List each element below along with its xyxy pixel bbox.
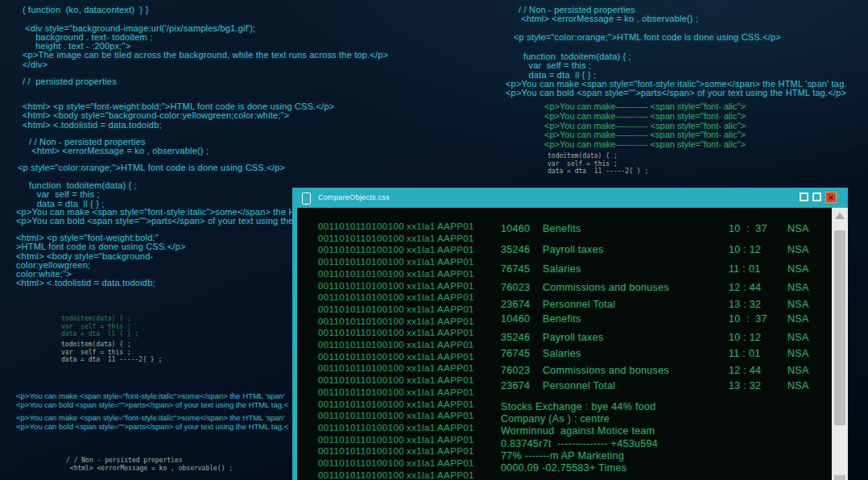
ledger-row: 10460Benefits10 : 37NSA bbox=[297, 313, 848, 325]
ledger-label: Commissions and bonuses bbox=[543, 365, 669, 376]
code-line: / / Non - persisted properties bbox=[29, 137, 209, 146]
code-line: <html> <p style="font-weight:bold;" bbox=[16, 233, 186, 242]
ledger-amount: 76745 bbox=[501, 263, 530, 275]
code-section-left-10: todoitem(data) { ;var self = this ;data … bbox=[61, 341, 162, 364]
code-line: <p>You can make----------- <span style="… bbox=[544, 139, 746, 149]
maximize-button[interactable] bbox=[812, 192, 821, 201]
ledger-label: Payroll taxes bbox=[543, 244, 603, 255]
ledger-amount: 10460 bbox=[501, 313, 530, 325]
code-section-left-5: <p style="color:orange;">HTML font code … bbox=[18, 163, 285, 172]
code-line: <div style="background-image:url('/pix/s… bbox=[23, 23, 388, 32]
ledger-time: 11 : 01 bbox=[729, 348, 760, 359]
ledger-label: Salaries bbox=[543, 348, 581, 359]
terminal-area: 0011010110100100xx1la1AAPP01001101011010… bbox=[297, 208, 848, 480]
scrollbar[interactable] bbox=[832, 208, 848, 480]
code-line: height . text - :200px;"> bbox=[23, 41, 388, 50]
ledger-label: Benefits bbox=[543, 223, 581, 234]
code-line: <p>You can make----------- <span style="… bbox=[544, 111, 746, 121]
code-section-left-6: function todoitem(data) { ; var self = t… bbox=[29, 180, 137, 208]
binary-cell: 0011010110100100 bbox=[318, 446, 404, 456]
code-line: <html> <.todolistid = data.todoidb; bbox=[16, 278, 186, 287]
code-section-left-4: / / Non - persisted properties <html> <e… bbox=[29, 137, 209, 155]
binary-cell: xx1la1 bbox=[407, 423, 436, 432]
ledger-amount: 76023 bbox=[501, 365, 530, 376]
binary-cell: 0011010110100100 bbox=[318, 458, 404, 468]
ledger-label: Benefits bbox=[543, 313, 581, 325]
scroll-up-arrow-icon[interactable] bbox=[832, 208, 848, 224]
binary-cell: AAPP01 bbox=[437, 411, 474, 420]
ledger-amount: 76023 bbox=[501, 282, 530, 293]
ledger-tag: NSA bbox=[787, 332, 809, 343]
binary-cell: xx1la1 bbox=[407, 458, 436, 468]
code-section-left-1: ( function (ko, datacontext) } } <div st… bbox=[23, 5, 388, 68]
code-line: data = dta ll { } ; bbox=[29, 199, 137, 208]
ledger-tag: NSA bbox=[787, 282, 809, 293]
code-section-right-6: todoitem(data) { ;var self = this ;data … bbox=[548, 152, 648, 176]
ledger-row: 35246Payroll taxes10 : 12NSA bbox=[297, 332, 848, 344]
ledger-tag: NSA bbox=[787, 365, 809, 376]
code-line: <html> <body style="background- bbox=[16, 251, 186, 260]
code-section-left-12: <p>You can make <span style="font-style:… bbox=[16, 413, 288, 431]
scrollbar-thumb[interactable] bbox=[834, 230, 845, 425]
ledger-label: Personnel Total bbox=[543, 299, 615, 310]
ledger-time: 12 : 44 bbox=[729, 365, 761, 376]
code-line: <html> <errorMessage = ko , observable()… bbox=[66, 465, 233, 473]
ticker-line: 77% -------m AP Marketing bbox=[501, 450, 624, 461]
window-title: CompareObjects.css bbox=[318, 193, 390, 201]
code-line: color:yellowgreen; bbox=[16, 260, 186, 269]
binary-cell: AAPP01 bbox=[437, 470, 474, 480]
code-line: <html> <p style="font-weight:bold;">HTML… bbox=[23, 101, 334, 110]
ledger-amount: 23674 bbox=[501, 299, 530, 310]
ledger-tag: NSA bbox=[787, 244, 809, 255]
ledger-tag: NSA bbox=[787, 348, 809, 359]
ticker-line: 0.83745r7t -------------- +453u594 bbox=[501, 438, 658, 449]
code-line: color:white;"> bbox=[16, 269, 186, 278]
ledger-amount: 23674 bbox=[501, 380, 530, 391]
code-line: / / persisted properties bbox=[23, 77, 117, 85]
code-line: todoitem(data) { ; bbox=[61, 341, 162, 349]
ledger-row: 76023Commissions and bonuses12 : 44NSA bbox=[297, 365, 848, 377]
binary-cell: AAPP01 bbox=[437, 458, 474, 468]
binary-cell: 0011010110100100 bbox=[318, 411, 404, 420]
window-titlebar[interactable]: CompareObjects.css × bbox=[292, 188, 848, 208]
code-line: function todoitem(data) { ; bbox=[523, 52, 631, 60]
binary-cell: AAPP01 bbox=[437, 423, 474, 432]
code-line: data = dta 11 -----2{ } ; bbox=[61, 356, 162, 364]
code-line: >HTML font code is done using CSS.</p> bbox=[16, 242, 186, 250]
ledger-row: 76745Salaries11 : 01NSA bbox=[297, 348, 848, 360]
binary-cell: 0011010110100100 bbox=[318, 423, 404, 432]
code-line: var self = this ; bbox=[29, 189, 137, 198]
code-line: data = dta ll { } ; bbox=[61, 330, 138, 338]
scroll-down-button[interactable] bbox=[834, 475, 845, 480]
ledger-amount: 35246 bbox=[501, 332, 530, 343]
code-line: todoitem(data) { ; bbox=[548, 152, 648, 160]
code-line: background . text- todoitem ; bbox=[23, 32, 388, 41]
binary-cell: AAPP01 bbox=[437, 399, 474, 409]
binary-cell: 0011010110100100 bbox=[318, 470, 404, 480]
code-line: <p>You can bold <span style="">parts</sp… bbox=[506, 88, 847, 97]
binary-cell: xx1la1 bbox=[407, 470, 436, 480]
ticker-line: Stocks Exchange : bye 44% food bbox=[501, 401, 655, 412]
ledger-row: 76745Salaries11 : 01NSA bbox=[297, 263, 848, 275]
code-line: <p>You can make----------- <span style="… bbox=[544, 130, 746, 139]
code-section-left-13: / / Non - persisted properties <html> <e… bbox=[66, 457, 233, 472]
binary-cell: AAPP01 bbox=[437, 435, 474, 445]
code-line: <p>You can make----------- <span style="… bbox=[544, 121, 746, 130]
ledger-row: 76023Commissions and bonuses12 : 44NSA bbox=[297, 282, 848, 294]
code-line: <html> <errorMessage = ko , observable()… bbox=[519, 14, 698, 23]
ledger-time: 10 : 37 bbox=[729, 313, 767, 325]
code-line: data = dta 11 -----2{ } ; bbox=[548, 168, 648, 176]
code-line: todoitem(data) { ; bbox=[61, 315, 138, 323]
ledger-tag: NSA bbox=[787, 263, 809, 275]
close-icon: × bbox=[829, 192, 833, 202]
code-line: function todoitem(data) { ; bbox=[29, 180, 137, 189]
close-button[interactable]: × bbox=[825, 192, 837, 203]
minimize-button[interactable] bbox=[800, 192, 808, 201]
code-line bbox=[23, 14, 388, 23]
ticker-line: Worminnud against Motice team bbox=[501, 425, 655, 437]
compare-objects-window: CompareObjects.css × 0011010110100100xx1… bbox=[292, 188, 848, 480]
binary-cell: xx1la1 bbox=[407, 399, 436, 409]
code-line: <html> <body style="background-color:yel… bbox=[23, 110, 334, 119]
code-section-right-5: <p>You can make----------- <span style="… bbox=[544, 101, 746, 149]
ledger-label: Salaries bbox=[543, 263, 581, 275]
